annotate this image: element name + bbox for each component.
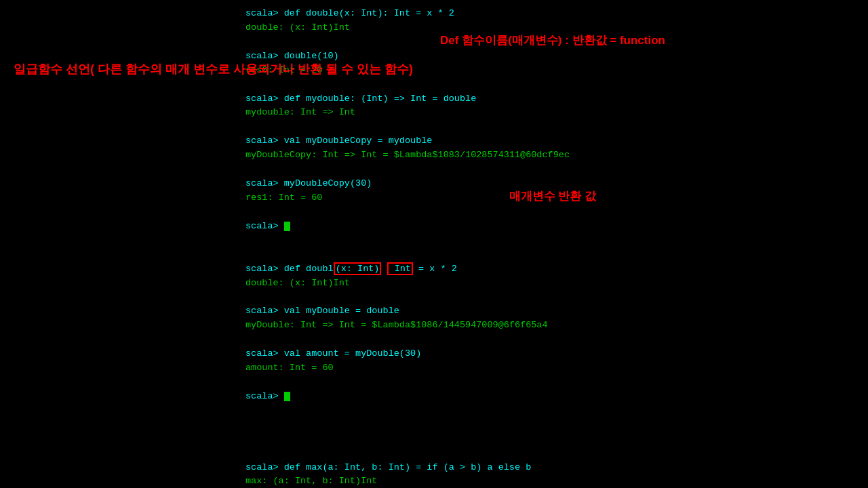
terminal-line: scala> val amount = myDouble(30)	[245, 347, 860, 361]
terminal-line: scala>	[245, 390, 860, 404]
terminal-line: myDoubleCopy: Int => Int = $Lambda$1083/…	[245, 148, 860, 163]
terminal-line	[245, 234, 860, 248]
terminal-line	[245, 290, 860, 304]
terminal-line: scala> val myDouble = double	[245, 304, 860, 319]
terminal-line: scala> def double(x: Int): Int = x * 2	[245, 7, 860, 21]
annotation-left: 일급함수 선언( 다른 함수의 매개 변수로 사용되거나 반환 될 수 있는 함…	[14, 61, 413, 77]
terminal-line	[245, 248, 860, 262]
terminal-line: max: (a: Int, b: Int)Int	[245, 474, 860, 488]
terminal-line	[245, 447, 860, 461]
terminal-line: double: (x: Int)Int	[245, 277, 860, 291]
cursor	[284, 392, 290, 401]
terminal-line	[245, 404, 860, 418]
screen: Def 함수이름(매개변수) : 반환값 = function 일급함수 선언(…	[0, 0, 868, 488]
annotation-top: Def 함수이름(매개변수) : 반환값 = function	[237, 33, 868, 48]
terminal-line	[245, 205, 860, 220]
terminal-line-highlight: scala> def doubl(x: Int) Int = x * 2	[245, 262, 860, 277]
terminal-line	[245, 120, 860, 134]
terminal-line	[245, 432, 860, 447]
terminal-line	[245, 78, 860, 92]
terminal-line: scala> val myDoubleCopy = mydouble	[245, 134, 860, 148]
terminal-line	[245, 418, 860, 432]
terminal-line	[245, 163, 860, 177]
terminal-line: scala> def mydouble: (Int) => Int = doub…	[245, 92, 860, 106]
terminal-line	[245, 333, 860, 347]
cursor	[284, 222, 290, 231]
annotation-mid: 매개변수 반환 값	[237, 188, 868, 204]
terminal-line	[245, 375, 860, 390]
terminal-line: amount: Int = 60	[245, 361, 860, 375]
terminal-line: mydouble: Int => Int	[245, 106, 860, 120]
terminal-line: myDouble: Int => Int = $Lambda$1086/1445…	[245, 319, 860, 333]
terminal-line: scala> def max(a: Int, b: Int) = if (a >…	[245, 461, 860, 475]
terminal-line: scala>	[245, 220, 860, 234]
